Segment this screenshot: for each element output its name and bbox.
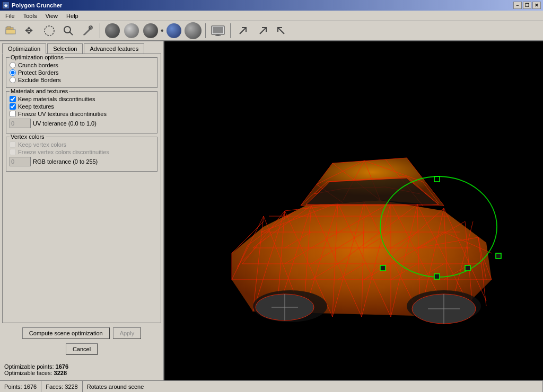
restore-button[interactable]: ❐ (523, 2, 531, 9)
status-bar: Points: 1676 Faces: 3228 Rotates around … (0, 380, 543, 392)
svg-line-14 (278, 28, 284, 34)
crunch-radio[interactable] (10, 62, 16, 68)
materials-inner: Keep materials discontinuities Keep text… (10, 96, 154, 128)
viewport[interactable] (164, 41, 543, 380)
svg-rect-100 (434, 176, 440, 182)
protect-radio[interactable] (10, 69, 16, 76)
minimize-button[interactable]: − (513, 2, 522, 9)
arrow-n-button[interactable] (253, 22, 271, 39)
keep-textures-checkbox[interactable] (10, 103, 16, 110)
keep-textures-label: Keep textures (18, 103, 54, 110)
svg-rect-2 (6, 30, 15, 34)
keep-textures-row: Keep textures (10, 103, 154, 110)
freeze-uv-label: Freeze UV textures discontinuities (18, 111, 107, 117)
exclude-radio[interactable] (10, 77, 16, 83)
svg-rect-103 (496, 253, 501, 259)
svg-rect-11 (215, 35, 221, 36)
compute-button[interactable]: Compute scene optimization (22, 327, 110, 339)
radio-exclude: Exclude Borders (10, 77, 154, 83)
points-stat: Optimizable points: 1676 (4, 363, 159, 370)
svg-rect-101 (434, 274, 440, 279)
dark-sphere-button[interactable] (142, 22, 160, 39)
magnify-button[interactable] (59, 22, 77, 39)
optimization-options-title: Optimization options (10, 54, 65, 60)
solid-sphere-button[interactable] (122, 22, 141, 39)
app-icon: ◈ (2, 2, 10, 9)
materials-group: Materials and textures Keep materials di… (6, 91, 157, 133)
wireframe-sphere-button[interactable] (103, 22, 121, 39)
menu-view[interactable]: View (41, 12, 62, 20)
uv-tolerance-input[interactable] (10, 119, 31, 128)
menu-help[interactable]: Help (62, 12, 83, 20)
tab-content-optimization: Optimization options Crunch borders Prot… (2, 54, 161, 323)
faces-stat: Optimizable faces: 3228 (4, 370, 159, 376)
menu-file[interactable]: File (1, 12, 19, 20)
stats-panel: Optimizable points: 1676 Optimizable fac… (2, 361, 161, 378)
toolbar: ✥ • (0, 21, 543, 41)
car-svg (179, 57, 529, 364)
menu-tools[interactable]: Tools (19, 12, 41, 20)
points-value: 1676 (56, 363, 68, 370)
optimization-options-group: Optimization options Crunch borders Prot… (6, 57, 157, 88)
points-label: Optimizable points: (4, 363, 54, 370)
vertex-colors-group: Vertex colors Keep vertex colors Freeze … (6, 137, 157, 172)
toolbar-separator-3 (230, 23, 231, 38)
tab-advanced[interactable]: Advanced features (84, 43, 144, 54)
tab-optimization[interactable]: Optimization (2, 43, 46, 54)
toolbar-separator-2 (205, 23, 206, 38)
title-bar-left: ◈ Polygon Cruncher (2, 2, 62, 9)
freeze-uv-row: Freeze UV textures discontinuities (10, 111, 154, 117)
materials-title: Materials and textures (10, 88, 69, 94)
svg-rect-1 (7, 26, 11, 28)
vertex-colors-inner: Keep vertex colors Freeze vertex colors … (10, 141, 154, 166)
keep-colors-checkbox[interactable] (10, 141, 16, 148)
protect-label: Protect Borders (18, 69, 58, 76)
keep-colors-label: Keep vertex colors (18, 141, 66, 148)
faces-label: Optimizable faces: (4, 370, 52, 376)
freeze-colors-label: Freeze vertex colors discontinuities (18, 149, 109, 155)
action-buttons: Compute scene optimization Apply (2, 327, 161, 339)
open-button[interactable] (2, 22, 20, 39)
keep-materials-row: Keep materials discontinuities (10, 96, 154, 102)
rgb-tolerance-input[interactable] (10, 157, 31, 166)
title-bar: ◈ Polygon Cruncher − ❐ ✕ (0, 0, 543, 11)
main-layout: Optimization Selection Advanced features… (0, 41, 543, 380)
cancel-button[interactable]: Cancel (66, 343, 98, 355)
apply-button[interactable]: Apply (113, 327, 142, 339)
rgb-tolerance-row: RGB tolerance (0 to 255) (10, 157, 154, 166)
arrow-ne-button[interactable] (234, 22, 252, 39)
freeze-colors-checkbox[interactable] (10, 149, 16, 155)
vertex-colors-title: Vertex colors (10, 133, 46, 140)
freeze-uv-checkbox[interactable] (10, 111, 16, 117)
monitor-button[interactable] (209, 22, 227, 39)
status-action: Rotates around scene (83, 381, 543, 392)
menu-bar: File Tools View Help (0, 11, 543, 21)
wrench-button[interactable] (78, 22, 97, 39)
keep-materials-checkbox[interactable] (10, 96, 16, 102)
status-points-text: Points: 1676 (4, 384, 37, 390)
arrow-nw-button[interactable] (272, 22, 290, 39)
close-button[interactable]: ✕ (532, 2, 541, 9)
tab-bar: Optimization Selection Advanced features (2, 43, 161, 54)
globe-sphere-button[interactable] (165, 22, 183, 39)
status-faces-text: Faces: 3228 (46, 384, 78, 390)
rgb-tolerance-label: RGB tolerance (0 to 255) (33, 158, 98, 165)
svg-line-6 (69, 32, 73, 35)
big-sphere-button[interactable] (184, 22, 202, 39)
svg-line-13 (260, 28, 266, 34)
car-container (164, 41, 543, 380)
optimization-options-inner: Crunch borders Protect Borders Exclude B… (10, 62, 154, 83)
freeze-colors-row: Freeze vertex colors discontinuities (10, 149, 154, 155)
uv-tolerance-row: UV tolerance (0.0 to 1.0) (10, 119, 154, 128)
svg-rect-102 (380, 265, 386, 271)
keep-colors-row: Keep vertex colors (10, 141, 154, 148)
faces-value: 3228 (54, 370, 67, 376)
select-button[interactable] (40, 22, 58, 39)
svg-rect-10 (216, 34, 220, 35)
move-button[interactable]: ✥ (21, 22, 39, 39)
exclude-label: Exclude Borders (18, 77, 61, 83)
svg-point-4 (45, 26, 54, 35)
tab-selection[interactable]: Selection (47, 43, 83, 54)
radio-protect: Protect Borders (10, 69, 154, 76)
toolbar-separator-1 (100, 23, 100, 38)
